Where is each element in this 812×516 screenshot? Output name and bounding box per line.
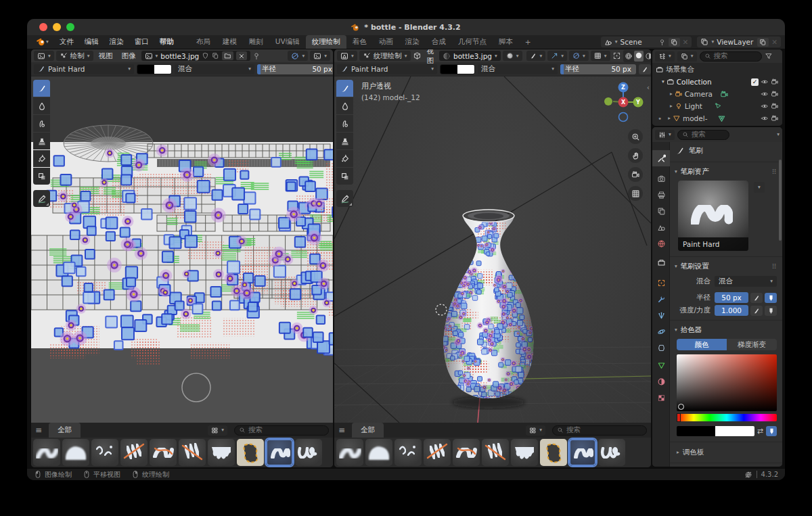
gizmos-icon[interactable] <box>612 51 621 60</box>
workspace-tab-uv[interactable]: UV编辑 <box>269 35 306 49</box>
disable-render-icon[interactable] <box>771 102 779 110</box>
workspace-tab-sculpting[interactable]: 雕刻 <box>243 35 269 49</box>
stylus-button[interactable]: ▾ <box>526 51 546 61</box>
pressure-color-button[interactable] <box>766 426 777 436</box>
brush-thumb[interactable] <box>569 439 596 466</box>
shelf-menu-icon[interactable]: ≡ <box>338 425 345 435</box>
blend-mode-dropdown[interactable]: 混合▾ <box>478 64 558 74</box>
orientation-icon[interactable] <box>413 51 422 60</box>
brush-thumb[interactable] <box>482 439 509 466</box>
tool-mask[interactable] <box>33 168 50 185</box>
falloff-button[interactable]: ▾ <box>569 51 589 61</box>
properties-search[interactable]: 搜索 <box>677 130 729 140</box>
palette-panel-collapsed[interactable]: ▸调色板 <box>670 444 782 461</box>
editor-type-button[interactable]: ▾ <box>34 51 54 61</box>
properties-options[interactable]: ▾ <box>777 132 780 137</box>
primary-color-swatch[interactable] <box>137 65 154 74</box>
brush-thumb[interactable] <box>295 439 322 466</box>
outliner-row-model[interactable]: •▸ model- <box>652 112 782 124</box>
brush-thumb[interactable] <box>394 439 422 466</box>
sidebar-collapse-arrow[interactable]: ‹ <box>647 83 650 91</box>
tool-mask[interactable] <box>336 168 353 185</box>
tool-annotate[interactable] <box>33 190 50 207</box>
brush-thumb[interactable] <box>336 439 363 466</box>
strength-slider[interactable]: 1.000 <box>715 305 748 316</box>
wireframe-shading-icon[interactable] <box>625 52 633 60</box>
brush-thumb[interactable] <box>150 439 177 466</box>
falloff-button[interactable]: ▾ <box>288 51 308 61</box>
workspace-tab-scripting[interactable]: 脚本 <box>493 35 519 49</box>
tool-smear[interactable] <box>336 115 353 132</box>
tool-soften[interactable] <box>33 97 50 114</box>
minimize-window-button[interactable] <box>53 23 61 31</box>
background-color[interactable] <box>715 426 754 436</box>
brush-thumb[interactable] <box>266 439 293 466</box>
image-menu[interactable]: 图像 <box>118 51 139 61</box>
brush-thumb[interactable] <box>208 439 235 466</box>
outliner-row-scene-collection[interactable]: 场景集合 <box>652 64 782 76</box>
new-layer-icon[interactable] <box>759 39 767 46</box>
workspace-tab-shading[interactable]: 着色 <box>346 35 373 49</box>
disable-render-icon[interactable] <box>771 114 779 122</box>
paint-mode-dropdown[interactable]: 绘制▾ <box>56 51 93 61</box>
outliner-display-mode[interactable]: ▾ <box>655 51 675 62</box>
brush-thumb[interactable] <box>598 439 625 466</box>
mode-dropdown[interactable]: 纹理绘制▾ <box>359 51 411 61</box>
tab-data[interactable] <box>652 357 670 373</box>
radius-eyedrop-button[interactable] <box>750 293 763 303</box>
open-image-icon[interactable] <box>224 52 231 60</box>
hide-eye-icon[interactable] <box>761 102 769 110</box>
tab-particles[interactable] <box>652 307 670 323</box>
radius-slider[interactable]: 半径50 px <box>560 64 636 74</box>
tab-tool[interactable] <box>652 150 670 166</box>
viewport-canvas[interactable]: 用户透视 (142) model-_12 ZYX ‹ <box>334 76 651 423</box>
maximize-window-button[interactable] <box>66 23 74 31</box>
hue-bar[interactable] <box>677 414 777 421</box>
tab-texture[interactable] <box>652 390 670 406</box>
tool-soften[interactable] <box>336 97 353 114</box>
outliner-row-collection[interactable]: ▾ Collection ✓ <box>652 76 782 88</box>
brush-thumb[interactable] <box>453 439 480 466</box>
shelf-display-button[interactable]: ▾ <box>526 425 545 436</box>
hide-eye-icon[interactable] <box>761 78 769 86</box>
properties-scrollbar[interactable] <box>779 160 782 241</box>
secondary-color-swatch[interactable] <box>154 65 171 74</box>
camera-view-button[interactable] <box>628 167 643 182</box>
radius-slider[interactable]: 50 px <box>715 292 748 303</box>
brush-preview[interactable]: Paint Hard <box>678 181 748 251</box>
swap-colors-icon[interactable]: ⇄ <box>757 427 763 436</box>
tab-material[interactable] <box>652 373 670 390</box>
brush-thumb[interactable] <box>424 439 451 466</box>
radius-pressure-button[interactable] <box>765 293 777 303</box>
menu-window[interactable]: 窗口 <box>129 35 154 49</box>
outliner-row-camera[interactable]: ▸ Camera <box>652 88 782 100</box>
tool-draw[interactable] <box>336 80 353 97</box>
brush-asset-menu-button[interactable]: ▾ <box>754 182 765 193</box>
menu-file[interactable]: 文件 <box>54 35 79 49</box>
color-square[interactable] <box>677 354 777 411</box>
color-swatches[interactable] <box>137 64 172 74</box>
toggle-perspective-button[interactable] <box>628 186 643 201</box>
shelf-tab-all[interactable]: 全部 <box>49 423 81 438</box>
strength-pressure-button[interactable] <box>765 306 777 316</box>
duplicate-image-icon[interactable] <box>212 52 219 60</box>
zoom-button[interactable] <box>628 129 643 144</box>
scene-selector[interactable]: ▾ Scene ✕ <box>601 37 692 47</box>
menu-help[interactable]: 帮助 <box>154 35 179 49</box>
editor-type-button[interactable]: ▾ <box>337 51 357 61</box>
outliner-search[interactable]: 搜索 <box>700 51 762 62</box>
blender-menu-button[interactable]: ▾ <box>31 35 54 49</box>
tab-scene[interactable] <box>652 219 670 235</box>
workspace-tab-compositing[interactable]: 合成 <box>426 35 452 49</box>
workspace-tab-geometry-nodes[interactable]: 几何节点 <box>452 35 493 49</box>
workspace-tab-animation[interactable]: 动画 <box>373 35 399 49</box>
shelf-menu-icon[interactable]: ≡ <box>35 425 42 435</box>
hide-eye-icon[interactable] <box>761 90 769 98</box>
workspace-tab-layout[interactable]: 布局 <box>190 35 217 49</box>
strength-eyedrop-button[interactable] <box>750 306 763 316</box>
tab-render[interactable] <box>652 170 670 187</box>
overlay-button[interactable]: ▾ <box>591 51 610 61</box>
brush-selector[interactable]: Paint Hard▾ <box>34 64 134 74</box>
filter-icon[interactable] <box>765 52 773 60</box>
tool-fill[interactable] <box>33 150 50 167</box>
